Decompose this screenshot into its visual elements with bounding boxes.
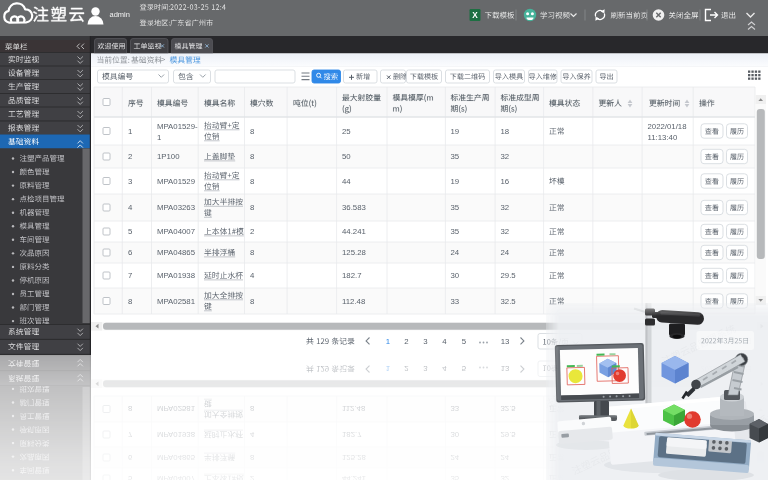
svg-text:44.241: 44.241 bbox=[342, 227, 366, 236]
svg-text:2: 2 bbox=[404, 337, 408, 346]
svg-text:2: 2 bbox=[250, 227, 254, 236]
svg-text:MPA01938: MPA01938 bbox=[157, 271, 195, 280]
svg-text:35: 35 bbox=[451, 152, 460, 161]
svg-text:MPA02581: MPA02581 bbox=[157, 297, 195, 306]
svg-text:35: 35 bbox=[451, 227, 460, 236]
svg-text:5: 5 bbox=[462, 337, 467, 346]
svg-text:24: 24 bbox=[501, 248, 510, 257]
svg-text:4: 4 bbox=[128, 203, 133, 212]
svg-text:18: 18 bbox=[501, 127, 510, 136]
svg-text:2: 2 bbox=[128, 152, 132, 161]
svg-text:MPA04865: MPA04865 bbox=[157, 248, 196, 257]
svg-text:8: 8 bbox=[250, 248, 254, 257]
svg-text:11:13:40: 11:13:40 bbox=[648, 133, 678, 142]
svg-text:2022/01/18: 2022/01/18 bbox=[648, 122, 687, 131]
svg-text:36.583: 36.583 bbox=[342, 203, 366, 212]
svg-text:6: 6 bbox=[128, 248, 132, 257]
svg-text:50: 50 bbox=[342, 152, 351, 161]
svg-text:3: 3 bbox=[128, 177, 132, 186]
svg-text:29.5: 29.5 bbox=[501, 271, 517, 280]
svg-text:X: X bbox=[472, 11, 478, 20]
svg-text:32: 32 bbox=[501, 227, 510, 236]
svg-text:13: 13 bbox=[501, 337, 510, 346]
svg-text:MPA04007: MPA04007 bbox=[157, 227, 195, 236]
svg-text:112.48: 112.48 bbox=[342, 297, 365, 306]
svg-text:125.28: 125.28 bbox=[342, 248, 366, 257]
svg-text:25: 25 bbox=[342, 127, 351, 136]
svg-text:1: 1 bbox=[128, 127, 132, 136]
svg-text:7: 7 bbox=[128, 271, 132, 280]
svg-text:1P100: 1P100 bbox=[157, 152, 180, 161]
svg-text:16: 16 bbox=[501, 177, 510, 186]
svg-text:19: 19 bbox=[451, 177, 460, 186]
svg-text:44: 44 bbox=[342, 177, 351, 186]
svg-text:8: 8 bbox=[250, 152, 254, 161]
svg-text:32: 32 bbox=[501, 203, 510, 212]
svg-text:8: 8 bbox=[128, 297, 132, 306]
svg-text:30: 30 bbox=[451, 271, 460, 280]
svg-text:admin: admin bbox=[110, 10, 130, 19]
svg-text:1: 1 bbox=[157, 133, 161, 142]
svg-text:8: 8 bbox=[250, 203, 254, 212]
svg-text:182.7: 182.7 bbox=[342, 271, 362, 280]
svg-text:8: 8 bbox=[250, 297, 254, 306]
svg-text:MPA01529-: MPA01529- bbox=[157, 122, 198, 131]
svg-text:MPA03263: MPA03263 bbox=[157, 203, 195, 212]
svg-text:1: 1 bbox=[386, 337, 390, 346]
svg-text:5: 5 bbox=[128, 227, 133, 236]
svg-text:4: 4 bbox=[250, 271, 255, 280]
svg-text:MPA01529: MPA01529 bbox=[157, 177, 195, 186]
svg-text:8: 8 bbox=[250, 177, 254, 186]
svg-text:4: 4 bbox=[442, 337, 447, 346]
svg-text:3: 3 bbox=[423, 337, 427, 346]
svg-text:33: 33 bbox=[451, 297, 460, 306]
svg-text:19: 19 bbox=[451, 127, 460, 136]
svg-text:24: 24 bbox=[451, 248, 460, 257]
svg-text:35: 35 bbox=[451, 203, 460, 212]
svg-text:32: 32 bbox=[501, 152, 510, 161]
svg-text:8: 8 bbox=[250, 127, 254, 136]
svg-text:32.5: 32.5 bbox=[501, 297, 517, 306]
